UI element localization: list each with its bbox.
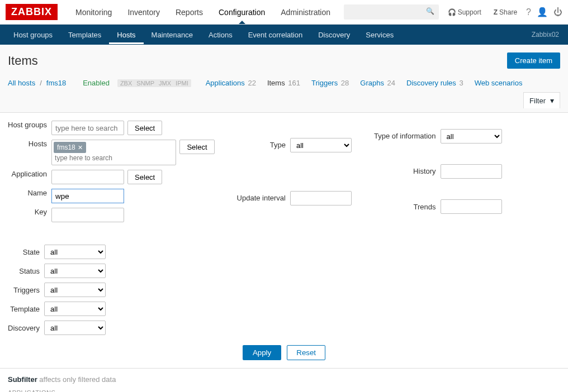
subnav-services[interactable]: Services [358,26,401,44]
page-header: Items Create item [0,45,568,74]
brand-logo: ZABBIX [6,4,58,20]
all-hosts-link[interactable]: All hosts [8,79,35,87]
topnav-configuration[interactable]: Configuration [211,1,273,23]
application-select-button[interactable]: Select [127,170,162,184]
label-name: Name [8,189,47,197]
label-status: Status [8,267,40,275]
power-icon[interactable]: ⏻ [553,7,562,17]
tab-web-scenarios[interactable]: Web scenarios [475,79,523,87]
label-key: Key [8,208,47,216]
subfilter-title: Subfilter affects only filtered data [8,375,560,384]
interface-pill-snmp: SNMP [134,79,157,87]
filter-tab[interactable]: Filter ▾ [523,92,560,108]
subnav-actions[interactable]: Actions [201,26,240,44]
filter-form: Host groups Select Hosts fms18✕ Select A… [0,113,568,369]
interface-pill-ipmi: IPMI [173,79,191,87]
update-interval-input[interactable] [290,191,352,205]
host-chip[interactable]: fms18✕ [54,142,86,153]
discovery-select[interactable]: all [44,321,106,335]
state-select[interactable]: all [44,245,106,259]
sub-navigation: Host groupsTemplatesHostsMaintenanceActi… [0,25,568,45]
support-link[interactable]: 🎧 Support [444,7,485,18]
name-input[interactable] [51,189,124,203]
label-type-info: Type of information [374,132,436,140]
global-search: 🔍 [344,4,439,20]
subnav-host-groups[interactable]: Host groups [6,26,60,44]
search-icon[interactable]: 🔍 [426,7,434,15]
label-triggers: Triggers [8,286,40,294]
tab-applications[interactable]: Applications 22 [206,79,256,87]
enabled-status: Enabled [83,79,110,87]
share-link[interactable]: Z Share [490,7,520,18]
status-select[interactable]: all [44,264,106,278]
host-groups-select-button[interactable]: Select [127,121,162,135]
label-update-interval: Update interval [237,194,286,202]
label-template: Template [8,305,40,313]
subnav-templates[interactable]: Templates [60,26,109,44]
separator: / [40,79,42,87]
topnav-administration[interactable]: Administration [273,1,338,23]
topnav-reports[interactable]: Reports [168,1,211,23]
help-icon[interactable]: ? [526,7,531,17]
breadcrumb-bar: All hosts / fms18 Enabled ZBXSNMPJMXIPMI… [0,74,568,113]
interface-pill-zbx: ZBX [117,79,135,87]
label-application: Application [8,170,47,178]
type-info-select[interactable]: all [441,129,502,144]
topnav-inventory[interactable]: Inventory [120,1,168,23]
top-navigation: ZABBIX MonitoringInventoryReportsConfigu… [0,0,568,25]
application-input[interactable] [51,170,124,184]
history-input[interactable] [441,164,502,179]
reset-button[interactable]: Reset [287,345,325,360]
trends-input[interactable] [441,199,502,214]
label-type: Type [237,141,286,149]
chip-remove-icon[interactable]: ✕ [78,144,83,151]
label-state: State [8,248,40,256]
type-select[interactable]: all [290,138,352,152]
host-groups-input[interactable] [51,121,124,135]
subnav-discovery[interactable]: Discovery [310,26,358,44]
tab-graphs[interactable]: Graphs 24 [360,79,395,87]
create-item-button[interactable]: Create item [507,52,560,69]
search-input[interactable] [344,4,439,20]
hosts-input-box[interactable]: fms18✕ [51,140,176,165]
hosts-select-button[interactable]: Select [179,140,214,154]
subnav-event-correlation[interactable]: Event correlation [240,26,311,44]
subfilter-heading: APPLICATIONS [8,389,560,392]
tab-discovery-rules[interactable]: Discovery rules 3 [406,79,463,87]
triggers-select[interactable]: all [44,283,106,297]
subnav-hosts[interactable]: Hosts [109,26,143,44]
label-host-groups: Host groups [8,121,47,129]
label-hosts: Hosts [8,140,47,148]
label-discovery: Discovery [8,324,40,332]
page-title: Items [8,54,38,68]
topnav-monitoring[interactable]: Monitoring [68,1,120,23]
subfilter: Subfilter affects only filtered data APP… [0,369,568,392]
label-trends: Trends [374,203,436,211]
apply-button[interactable]: Apply [243,345,281,360]
interface-pill-jmx: JMX [156,79,174,87]
host-link[interactable]: fms18 [46,79,66,87]
template-select[interactable]: all [44,302,106,316]
label-history: History [374,167,436,175]
subfilter-group: APPLICATIONSAdmin API v2 45Config 66CWP … [8,389,560,392]
filter-label: Filter [529,97,546,105]
funnel-icon: ▾ [550,96,554,105]
tab-triggers[interactable]: Triggers 28 [311,79,349,87]
tab-items[interactable]: Items 161 [267,79,300,87]
subnav-maintenance[interactable]: Maintenance [144,26,201,44]
user-icon[interactable]: 👤 [537,7,548,17]
key-input[interactable] [51,208,124,222]
hosts-input[interactable] [54,153,174,163]
server-name: Zabbix02 [532,31,562,39]
